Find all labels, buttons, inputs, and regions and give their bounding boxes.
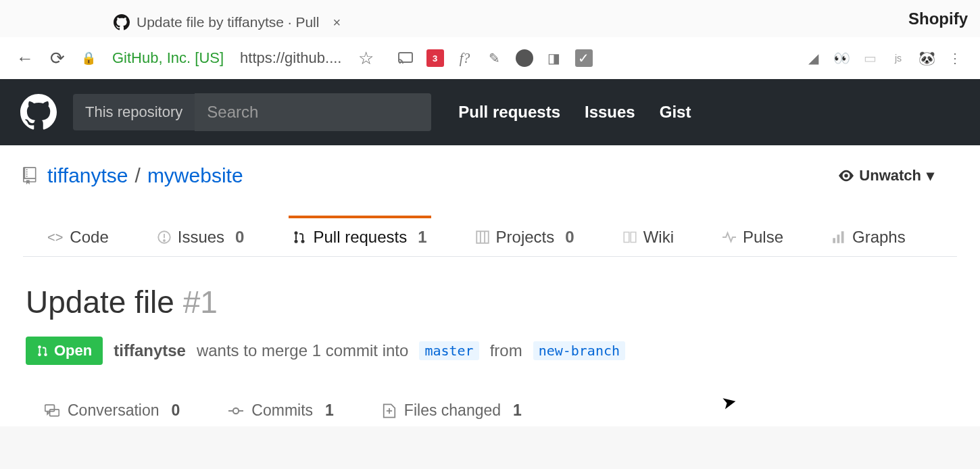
extension-icon[interactable]: js <box>889 49 907 67</box>
tab-commits[interactable]: Commits 1 <box>226 395 337 426</box>
graph-icon <box>832 230 846 244</box>
extension-icon[interactable]: 👀 <box>833 49 850 67</box>
extension-icon[interactable]: ▭ <box>861 49 879 67</box>
svg-point-4 <box>295 231 298 234</box>
base-branch[interactable]: master <box>419 341 479 360</box>
head-branch[interactable]: new-branch <box>533 341 625 360</box>
search-form: This repository <box>73 93 431 131</box>
svg-rect-10 <box>833 238 835 243</box>
tab-files-changed[interactable]: Files changed 1 <box>380 395 524 426</box>
svg-rect-12 <box>841 231 844 243</box>
book-icon <box>623 230 637 244</box>
tab-projects[interactable]: Projects 0 <box>472 216 579 256</box>
pr-meta: Open tiffanytse wants to merge 1 commit … <box>26 337 954 365</box>
tab-count: 1 <box>325 401 334 420</box>
browser-toolbar: ← ⟳ 🔒 GitHub, Inc. [US] https://github..… <box>0 37 980 79</box>
pr-number: #1 <box>183 285 218 320</box>
search-scope-label[interactable]: This repository <box>73 94 195 130</box>
reload-button-icon[interactable]: ⟳ <box>50 48 65 69</box>
svg-point-3 <box>164 240 165 241</box>
pr-title-text: Update file <box>26 285 174 320</box>
back-button-icon[interactable]: ← <box>16 48 34 69</box>
svg-point-18 <box>233 408 239 413</box>
tab-title: Update file by tiffanytse · Pull <box>137 14 319 30</box>
github-logo-icon[interactable] <box>20 94 57 130</box>
pr-merge-text: wants to merge 1 commit into <box>197 341 408 360</box>
tab-label: Issues <box>178 228 224 247</box>
tab-label: Commits <box>251 401 313 420</box>
nav-issues[interactable]: Issues <box>585 103 635 122</box>
tab-label: Files changed <box>404 401 501 420</box>
tab-count: 1 <box>513 401 522 420</box>
repo-head: tiffanytse / mywebsite Unwatch ▾ <> Code… <box>0 145 980 257</box>
tab-label: Conversation <box>68 401 160 420</box>
search-input[interactable] <box>195 93 431 131</box>
svg-point-6 <box>301 240 305 243</box>
github-nav: Pull requests Issues Gist <box>458 103 691 122</box>
pull-request-header: Update file #1 Open tiffanytse wants to … <box>0 257 980 426</box>
extension-icon[interactable] <box>516 49 533 67</box>
lock-icon: 🔒 <box>81 51 96 66</box>
file-diff-icon <box>383 403 396 418</box>
extension-icon[interactable]: ✎ <box>486 49 504 67</box>
svg-rect-7 <box>476 231 489 243</box>
tab-graphs[interactable]: Graphs <box>828 216 910 256</box>
extension-icon[interactable]: f? <box>456 49 474 67</box>
tab-wiki[interactable]: Wiki <box>619 216 678 256</box>
close-tab-icon[interactable]: × <box>333 15 341 30</box>
pr-tabs: Conversation 0 Commits 1 Files changed 1 <box>26 395 954 426</box>
nav-pull-requests[interactable]: Pull requests <box>458 103 560 122</box>
extension-icons-group-2: ◢ 👀 ▭ js 🐼 ⋮ <box>804 49 964 67</box>
tab-pull-requests[interactable]: Pull requests 1 <box>289 216 431 256</box>
breadcrumb-separator: / <box>135 164 141 187</box>
pr-title: Update file #1 <box>26 284 954 320</box>
tab-label: Pull requests <box>313 228 407 247</box>
repo-icon <box>23 167 41 184</box>
shopify-label: Shopify <box>908 9 968 28</box>
issue-icon <box>157 230 171 244</box>
git-pull-request-icon <box>36 345 49 357</box>
extension-icon[interactable]: ✓ <box>575 49 593 67</box>
svg-point-15 <box>44 353 47 356</box>
tab-count: 0 <box>565 228 574 247</box>
secure-origin-label: GitHub, Inc. [US] <box>112 49 224 67</box>
browser-tab[interactable]: Update file by tiffanytse · Pull × <box>101 7 353 37</box>
svg-point-14 <box>38 353 41 356</box>
extension-icon[interactable]: 🐼 <box>918 49 935 67</box>
repo-owner-link[interactable]: tiffanytse <box>47 164 128 187</box>
repo-tabs: <> Code Issues 0 Pull requests 1 Project… <box>23 216 957 257</box>
svg-point-13 <box>38 345 41 349</box>
cast-icon[interactable] <box>397 49 414 67</box>
address-bar-url[interactable]: https://github.... <box>240 49 341 67</box>
tab-label: Graphs <box>852 228 906 247</box>
tab-label: Projects <box>496 228 555 247</box>
tab-label: Code <box>70 228 108 247</box>
nav-gist[interactable]: Gist <box>660 103 691 122</box>
extension-icon[interactable]: 3 <box>426 49 444 67</box>
github-favicon-icon <box>114 14 130 30</box>
svg-rect-11 <box>837 234 840 243</box>
star-icon[interactable]: ☆ <box>358 48 374 69</box>
code-icon: <> <box>47 230 63 245</box>
extension-icon[interactable]: ◢ <box>804 49 822 67</box>
git-pull-request-icon <box>293 230 306 244</box>
pulse-icon <box>722 230 736 244</box>
repo-name-link[interactable]: mywebsite <box>147 164 243 187</box>
tab-conversation[interactable]: Conversation 0 <box>42 395 182 426</box>
github-header: This repository Pull requests Issues Gis… <box>0 79 980 145</box>
tab-label: Pulse <box>743 228 783 247</box>
tab-code[interactable]: <> Code <box>43 216 113 256</box>
tab-issues[interactable]: Issues 0 <box>153 216 249 256</box>
tab-count: 0 <box>235 228 244 247</box>
extension-icon[interactable]: ◨ <box>545 49 563 67</box>
caret-down-icon: ▾ <box>927 167 934 184</box>
browser-menu-icon[interactable]: ⋮ <box>946 49 964 67</box>
eye-icon <box>839 168 854 183</box>
tab-count: 0 <box>172 401 180 420</box>
watch-button[interactable]: Unwatch ▾ <box>839 167 934 184</box>
state-badge: Open <box>26 337 103 365</box>
tab-pulse[interactable]: Pulse <box>718 216 787 256</box>
pr-author-link[interactable]: tiffanytse <box>114 341 186 360</box>
extension-icons-group: 3 f? ✎ ◨ ✓ <box>397 49 593 67</box>
project-icon <box>476 230 489 244</box>
